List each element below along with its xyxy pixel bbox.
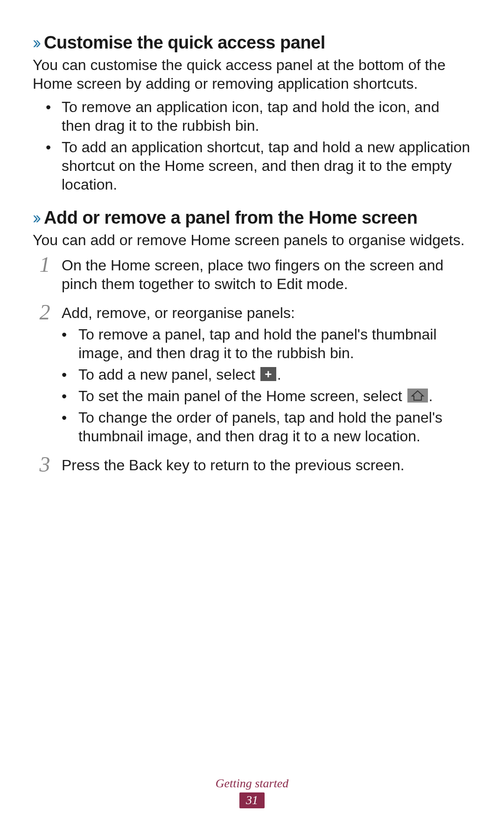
list-item-text: To set the main panel of the Home screen… xyxy=(78,388,406,404)
sub-bullet-list: To remove a panel, tap and hold the pane… xyxy=(62,325,471,445)
step-item: 3 Press the Back key to return to the pr… xyxy=(33,456,471,474)
section-intro: You can customise the quick access panel… xyxy=(33,56,471,93)
step-item: 2 Add, remove, or reorganise panels: To … xyxy=(33,304,471,445)
step-number: 3 xyxy=(33,451,57,478)
step-number: 2 xyxy=(33,299,57,326)
step-number: 1 xyxy=(33,251,57,278)
list-item: To add an application shortcut, tap and … xyxy=(33,138,471,194)
chevron-icon: ›› xyxy=(33,33,38,53)
footer-section-label: Getting started xyxy=(0,777,504,791)
list-item: To remove a panel, tap and hold the pane… xyxy=(62,325,471,362)
list-item: To remove an application icon, tap and h… xyxy=(33,98,471,135)
list-item: To add a new panel, select . xyxy=(62,365,471,384)
step-text: Press the Back key to return to the prev… xyxy=(62,457,405,474)
section-title-text: Customise the quick access panel xyxy=(44,33,325,53)
section-heading-addremove: ›› Add or remove a panel from the Home s… xyxy=(33,208,471,228)
list-item-text: . xyxy=(429,388,433,404)
section-title-text: Add or remove a panel from the Home scre… xyxy=(44,208,417,228)
document-page: ›› Customise the quick access panel You … xyxy=(0,0,504,827)
chevron-icon: ›› xyxy=(33,208,38,228)
step-item: 1 On the Home screen, place two fingers … xyxy=(33,256,471,293)
svg-marker-0 xyxy=(412,391,423,400)
numbered-steps: 1 On the Home screen, place two fingers … xyxy=(33,256,471,474)
section-intro: You can add or remove Home screen panels… xyxy=(33,231,471,249)
list-item-text: To add a new panel, select xyxy=(78,366,259,383)
list-item: To change the order of panels, tap and h… xyxy=(62,408,471,445)
bullet-list: To remove an application icon, tap and h… xyxy=(33,98,471,194)
plus-icon xyxy=(260,367,276,381)
home-icon xyxy=(407,389,428,403)
list-item: To set the main panel of the Home screen… xyxy=(62,387,471,405)
page-footer: Getting started 31 xyxy=(0,777,504,808)
section-heading-customise: ›› Customise the quick access panel xyxy=(33,33,471,53)
list-item-text: . xyxy=(277,366,281,383)
page-number-badge: 31 xyxy=(239,792,265,808)
step-text: Add, remove, or reorganise panels: xyxy=(62,304,295,321)
step-text: On the Home screen, place two fingers on… xyxy=(62,257,443,292)
